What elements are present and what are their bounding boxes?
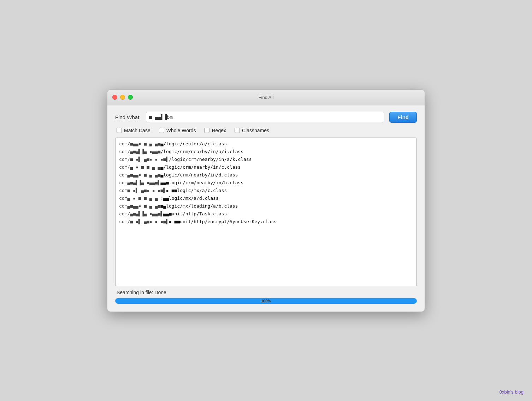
maximize-button[interactable]	[128, 95, 133, 100]
whole-words-checkbox[interactable]	[159, 128, 164, 133]
result-path: /logic/crm/nearby/in/a/k.class	[169, 157, 252, 162]
table-row: com/■ ▪▌ ▄■▪ ▪ ▪■▌▪ ■■unit/http/encrypt/…	[118, 218, 414, 226]
result-prefix: com/■ ▪▌ ▄■▪ ▪ ▪■▌	[119, 157, 169, 162]
result-prefix: com/▄ ▪ ■ ■ ▄ ▄	[119, 164, 160, 170]
result-path: ▪ ■■logic/mx/a/c.class	[166, 188, 227, 193]
table-row: com▄ ▪ ■ ■ ▄ ▄ :▄▄logic/mx/a/d.class	[118, 194, 414, 202]
option-whole-words[interactable]: Whole Words	[159, 128, 196, 133]
progress-container: 100%	[115, 298, 417, 304]
table-row: com▄■▄▄▪ ■ ▄ ▄■■▄logic/mx/loading/a/b.cl…	[118, 202, 414, 210]
results-box[interactable]: com/■▄▄▪ ■ ▄ ▄■▄/logic/center/a/c.classc…	[115, 138, 417, 286]
option-regex[interactable]: Regex	[204, 128, 226, 133]
result-prefix: com▄ ▪ ■ ■ ▄ ▄ :	[119, 196, 163, 201]
minimize-button[interactable]	[120, 95, 125, 100]
table-row: com/▄■▄▌▐▄ ▪▄▄■/logic/crm/nearby/in/a/i.…	[118, 148, 414, 156]
result-path: ▄▄■unit/http/Task.class	[163, 211, 227, 216]
result-prefix: com▄■▄▌▐▄ ▪▄▄■▌	[119, 180, 160, 185]
find-button[interactable]: Find	[389, 112, 417, 123]
classnames-checkbox[interactable]	[235, 128, 240, 133]
table-row: com/▄■▄▌▐▄ ▪▄▄■▌▄▄■unit/http/Task.class	[118, 210, 414, 218]
progress-label: 100%	[261, 299, 271, 303]
classnames-label: Classnames	[242, 128, 269, 133]
result-prefix: com/▄■▄▌▐▄ ▪▄▄■▌	[119, 211, 163, 216]
find-label: Find What:	[115, 114, 141, 120]
traffic-lights	[112, 95, 133, 100]
find-input[interactable]	[146, 112, 385, 122]
option-classnames[interactable]: Classnames	[235, 128, 269, 133]
table-row: com■ ▪▌ ▄■▪ ▪ ▪■▌▪ ■■logic/mx/a/c.class	[118, 187, 414, 194]
result-prefix: com/■▄▄▪ ■ ▄ ▄■	[119, 141, 160, 146]
window-title: Find All	[259, 95, 274, 100]
result-path: ▄/logic/center/a/c.class	[160, 141, 227, 146]
status-text: Searching in file: Done.	[115, 290, 417, 295]
result-prefix: com/▄■▄▌▐▄ ▪▄▄■	[119, 149, 160, 154]
result-path: ▄▄logic/mx/a/d.class	[163, 196, 219, 201]
close-button[interactable]	[112, 95, 117, 100]
result-path: ▪ ■■unit/http/encrypt/SyncUserKey.class	[169, 219, 277, 224]
find-all-window: Find All Find What: Find Match CaseWhole…	[107, 89, 425, 312]
options-row: Match CaseWhole WordsRegexClassnames	[115, 128, 417, 133]
window-body: Find What: Find Match CaseWhole WordsReg…	[107, 105, 425, 312]
result-prefix: com▄■▄▄▪ ■ ▄ ▄■	[119, 172, 160, 178]
titlebar: Find All	[107, 90, 425, 105]
blog-link[interactable]: 0xbin's blog	[500, 389, 524, 395]
regex-label: Regex	[212, 128, 226, 133]
result-path: ■▄logic/mx/loading/a/b.class	[160, 203, 238, 209]
table-row: com/■ ▪▌ ▄■▪ ▪ ▪■▌/logic/crm/nearby/in/a…	[118, 156, 414, 163]
table-row: com▄■▄▄▪ ■ ▄ ▄■▄logic/crm/nearby/in/d.cl…	[118, 171, 414, 179]
regex-checkbox[interactable]	[204, 128, 209, 133]
find-row: Find What: Find	[115, 112, 417, 123]
result-path: /logic/crm/nearby/in/a/i.class	[160, 149, 243, 154]
match-case-checkbox[interactable]	[117, 128, 122, 133]
result-prefix: com▄■▄▄▪ ■ ▄ ▄■	[119, 203, 160, 209]
option-match-case[interactable]: Match Case	[117, 128, 150, 133]
match-case-label: Match Case	[124, 128, 150, 133]
table-row: com/▄ ▪ ■ ■ ▄ ▄▄/logic/crm/nearby/in/c.c…	[118, 163, 414, 171]
table-row: com/■▄▄▪ ■ ▄ ▄■▄/logic/center/a/c.class	[118, 140, 414, 148]
result-prefix: com■ ▪▌ ▄■▪ ▪ ▪■▌	[119, 188, 166, 193]
result-path: ▄/logic/crm/nearby/in/c.class	[160, 164, 241, 170]
table-row: com▄■▄▌▐▄ ▪▄▄■▌▄▄■logic/crm/nearby/in/h.…	[118, 179, 414, 187]
whole-words-label: Whole Words	[166, 128, 196, 133]
result-path: ▄logic/crm/nearby/in/d.class	[160, 172, 238, 178]
result-prefix: com/■ ▪▌ ▄■▪ ▪ ▪■▌	[119, 219, 169, 224]
result-path: ▄▄■logic/crm/nearby/in/h.class	[160, 180, 243, 185]
